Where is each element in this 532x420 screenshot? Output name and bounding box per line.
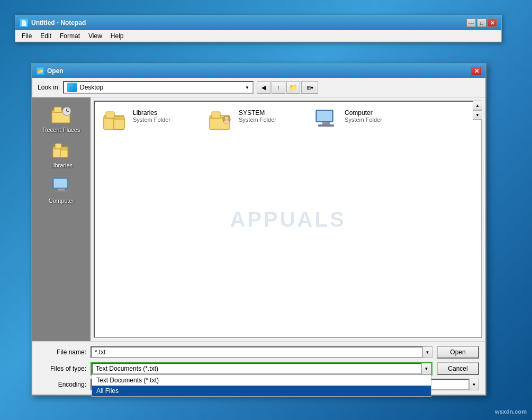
files-of-type-arrow[interactable]: ▼ bbox=[422, 363, 431, 374]
system-folder-name: SYSTEM bbox=[239, 109, 276, 117]
computer-folder-name: Computer bbox=[345, 109, 382, 117]
svg-rect-27 bbox=[317, 111, 332, 121]
files-of-type-value: Text Documents (*.txt) bbox=[96, 365, 158, 372]
svg-rect-17 bbox=[106, 112, 114, 118]
open-dialog: 📂 Open ✕ Look in: Desktop ▼ ◀ ↑ 📁 ⊞▾ bbox=[31, 63, 486, 396]
files-of-type-selected[interactable]: Text Documents (*.txt) bbox=[92, 363, 422, 374]
encoding-label: Encoding: bbox=[39, 381, 86, 388]
svg-rect-2 bbox=[54, 107, 61, 112]
libraries-folder-type: System Folder bbox=[133, 117, 170, 123]
menu-view[interactable]: View bbox=[84, 31, 106, 41]
file-name-input[interactable]: *.txt bbox=[91, 346, 423, 358]
menu-edit[interactable]: Edit bbox=[36, 31, 56, 41]
look-in-label: Look in: bbox=[38, 84, 60, 91]
svg-rect-14 bbox=[55, 191, 68, 192]
dialog-watermark: APPUALS bbox=[230, 208, 346, 231]
system-folder-icon bbox=[208, 109, 235, 133]
new-folder-button[interactable]: 📁 bbox=[286, 81, 300, 94]
toolbar-nav-buttons: ◀ ↑ 📁 ⊞▾ bbox=[257, 81, 318, 94]
file-browser-area: APPUALS bbox=[91, 97, 485, 341]
files-of-type-row: Files of type: Text Documents (*.txt) ▼ … bbox=[39, 362, 479, 376]
dialog-content: APPUALS bbox=[94, 101, 482, 338]
svg-rect-29 bbox=[318, 124, 334, 127]
file-item-computer[interactable]: Computer System Folder bbox=[312, 107, 407, 135]
svg-rect-10 bbox=[60, 150, 68, 157]
notepad-titlebar: 📄 Untitled - Notepad — □ ✕ bbox=[15, 15, 501, 30]
libraries-folder-info: Libraries System Folder bbox=[133, 109, 170, 123]
svg-point-24 bbox=[225, 117, 228, 120]
files-of-type-options: Text Documents (*.txt) All Files bbox=[92, 374, 431, 397]
dialog-body: Recent Places Libraries bbox=[32, 97, 485, 341]
file-item-system[interactable]: SYSTEM System Folder bbox=[206, 107, 301, 135]
watermark-text: APPUALS bbox=[230, 208, 346, 231]
menu-help[interactable]: Help bbox=[106, 31, 128, 41]
menu-format[interactable]: Format bbox=[56, 31, 84, 41]
up-button[interactable]: ↑ bbox=[272, 81, 285, 94]
menu-file[interactable]: File bbox=[17, 31, 36, 41]
file-name-label: File name: bbox=[39, 348, 86, 356]
sidebar-recent-places-label: Recent Places bbox=[43, 127, 80, 133]
open-button[interactable]: Open bbox=[437, 346, 479, 359]
view-button[interactable]: ⊞▾ bbox=[301, 81, 318, 94]
svg-rect-19 bbox=[114, 119, 124, 129]
files-of-type-dropdown-container: Text Documents (*.txt) ▼ Text Documents … bbox=[91, 362, 432, 376]
sidebar-item-recent-places[interactable]: Recent Places bbox=[37, 103, 87, 136]
notepad-title: Untitled - Notepad bbox=[31, 19, 466, 26]
notepad-window: 📄 Untitled - Notepad — □ ✕ File Edit For… bbox=[15, 15, 502, 42]
scroll-down-button[interactable]: ▼ bbox=[473, 110, 482, 120]
svg-rect-28 bbox=[322, 122, 330, 124]
computer-folder-icon bbox=[314, 109, 340, 133]
cancel-button[interactable]: Cancel bbox=[437, 362, 479, 375]
option-all-files[interactable]: All Files bbox=[92, 386, 431, 396]
sidebar-item-computer[interactable]: Computer bbox=[37, 174, 87, 207]
close-button[interactable]: ✕ bbox=[488, 19, 497, 27]
notepad-icon: 📄 bbox=[20, 19, 28, 27]
dialog-sidebar: Recent Places Libraries bbox=[32, 97, 91, 341]
svg-rect-12 bbox=[54, 179, 67, 187]
computer-folder-info: Computer System Folder bbox=[345, 109, 382, 123]
svg-point-25 bbox=[224, 120, 229, 123]
scrollbar: ▲ ▼ bbox=[473, 101, 482, 341]
dialog-icon: 📂 bbox=[37, 67, 44, 75]
maximize-button[interactable]: □ bbox=[477, 19, 486, 27]
file-name-row: File name: *.txt ▼ Open bbox=[39, 346, 479, 359]
files-of-type-label: Files of type: bbox=[39, 365, 86, 372]
sidebar-computer-label: Computer bbox=[49, 198, 74, 204]
svg-rect-22 bbox=[212, 112, 220, 118]
libraries-folder-icon bbox=[102, 109, 129, 133]
computer-folder-type: System Folder bbox=[345, 117, 382, 123]
system-folder-type: System Folder bbox=[239, 117, 276, 123]
system-folder-info: SYSTEM System Folder bbox=[239, 109, 276, 123]
back-button[interactable]: ◀ bbox=[257, 81, 270, 94]
computer-icon bbox=[51, 177, 72, 195]
dialog-toolbar: Look in: Desktop ▼ ◀ ↑ 📁 ⊞▾ bbox=[32, 78, 485, 97]
encoding-dropdown-button[interactable]: ▼ bbox=[470, 379, 479, 390]
dialog-titlebar: 📂 Open ✕ bbox=[32, 64, 485, 78]
scroll-up-button[interactable]: ▲ bbox=[473, 101, 482, 110]
dialog-close-button[interactable]: ✕ bbox=[472, 67, 481, 75]
titlebar-buttons: — □ ✕ bbox=[466, 19, 497, 27]
page-watermark: wsxdn.com bbox=[495, 408, 527, 415]
files-of-type-dropdown[interactable]: Text Documents (*.txt) ▼ bbox=[92, 363, 431, 374]
svg-rect-13 bbox=[58, 189, 65, 191]
libraries-icon bbox=[51, 141, 72, 160]
file-item-libraries[interactable]: Libraries System Folder bbox=[100, 107, 195, 135]
look-in-value: Desktop bbox=[80, 84, 103, 91]
look-in-dropdown[interactable]: Desktop ▼ bbox=[63, 81, 254, 94]
minimize-button[interactable]: — bbox=[466, 19, 476, 27]
file-name-value: *.txt bbox=[95, 348, 106, 356]
option-text-documents[interactable]: Text Documents (*.txt) bbox=[92, 375, 431, 386]
menu-bar: File Edit Format View Help bbox=[15, 30, 501, 42]
dialog-bottom: File name: *.txt ▼ Open Files of type: bbox=[32, 341, 485, 395]
sidebar-item-libraries[interactable]: Libraries bbox=[37, 138, 87, 172]
file-name-dropdown-button[interactable]: ▼ bbox=[423, 346, 432, 358]
look-in-arrow: ▼ bbox=[245, 85, 249, 90]
dialog-title: Open bbox=[47, 67, 472, 75]
sidebar-libraries-label: Libraries bbox=[50, 162, 73, 168]
desktop-icon bbox=[67, 83, 77, 92]
recent-places-icon bbox=[51, 106, 72, 124]
libraries-folder-name: Libraries bbox=[133, 109, 170, 117]
